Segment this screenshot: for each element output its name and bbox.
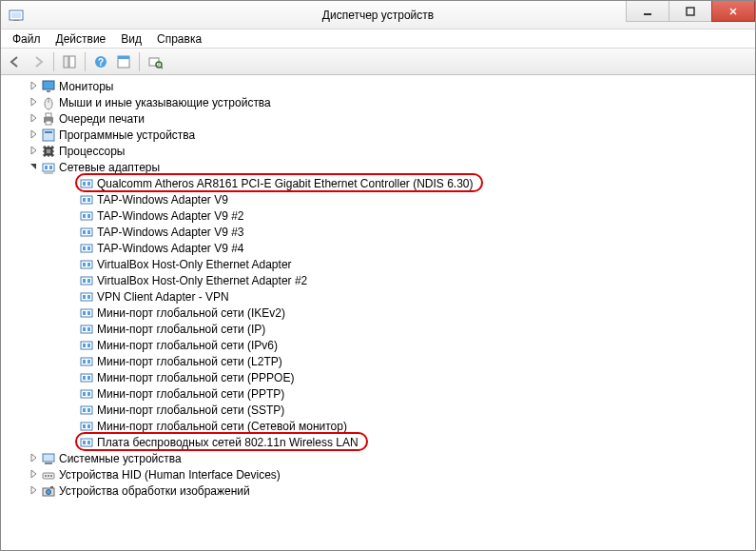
- svg-rect-19: [46, 121, 51, 125]
- scan-hardware-button[interactable]: [145, 51, 165, 72]
- svg-rect-81: [45, 475, 47, 477]
- tree-device-item[interactable]: Мини-порт глобальной сети (IKEv2): [3, 305, 755, 321]
- svg-rect-44: [87, 263, 90, 266]
- category-label: Системные устройства: [59, 452, 182, 465]
- tree-device-item[interactable]: TAP-Windows Adapter V9: [3, 191, 755, 207]
- tree-device-item[interactable]: Плата беспроводных сетей 802.11n Wireles…: [3, 434, 755, 450]
- expander-icon[interactable]: [28, 129, 39, 141]
- menu-help[interactable]: Справка: [149, 30, 209, 48]
- tree-category[interactable]: Очереди печати: [3, 110, 755, 127]
- svg-rect-72: [81, 423, 92, 430]
- tree-device-item[interactable]: Мини-порт глобальной сети (PPPOE): [3, 369, 755, 385]
- tree-device-item[interactable]: Qualcomm Atheros AR8161 PCI-E Gigabit Et…: [3, 175, 755, 191]
- svg-rect-50: [87, 295, 90, 299]
- tree-device-item[interactable]: Мини-порт глобальной сети (IP): [3, 321, 755, 337]
- svg-rect-48: [81, 293, 92, 301]
- svg-rect-65: [87, 376, 90, 380]
- svg-rect-25: [45, 166, 48, 169]
- svg-rect-86: [50, 486, 53, 488]
- tree-category[interactable]: Сетевые адаптеры: [3, 159, 755, 175]
- network-adapter-icon: [79, 176, 94, 191]
- svg-rect-67: [83, 392, 86, 396]
- svg-rect-46: [83, 279, 86, 283]
- svg-rect-32: [87, 198, 90, 202]
- device-tree[interactable]: МониторыМыши и иные указывающие устройст…: [1, 76, 755, 550]
- toolbar-separator: [53, 52, 54, 71]
- svg-rect-83: [50, 475, 52, 477]
- mouse-icon: [41, 95, 56, 110]
- expander-icon[interactable]: [28, 485, 39, 497]
- svg-rect-36: [81, 228, 92, 236]
- menu-file[interactable]: Файл: [5, 30, 48, 48]
- tree-device-item[interactable]: TAP-Windows Adapter V9 #2: [3, 207, 755, 224]
- device-label: Мини-порт глобальной сети (Сетевой монит…: [97, 420, 347, 433]
- maximize-button[interactable]: [669, 1, 712, 22]
- svg-rect-3: [644, 13, 651, 15]
- device-label: Мини-порт глобальной сети (IPv6): [97, 339, 278, 352]
- svg-rect-14: [47, 90, 50, 92]
- tree-device-item[interactable]: Мини-порт глобальной сети (L2TP): [3, 353, 755, 369]
- device-label: Qualcomm Atheros AR8161 PCI-E Gigabit Et…: [97, 177, 474, 190]
- menu-view[interactable]: Вид: [113, 30, 149, 48]
- properties-button[interactable]: [113, 51, 134, 72]
- minimize-button[interactable]: [626, 1, 669, 22]
- hid-icon: [41, 467, 56, 482]
- svg-rect-73: [83, 424, 86, 428]
- menu-action[interactable]: Действие: [48, 30, 114, 48]
- tree-category[interactable]: Программные устройства: [3, 127, 755, 143]
- svg-rect-2: [13, 20, 19, 21]
- tree-device-item[interactable]: Мини-порт глобальной сети (SSTP): [3, 402, 755, 418]
- tree-device-item[interactable]: Мини-порт глобальной сети (Сетевой монит…: [3, 418, 755, 434]
- tree-category[interactable]: Мыши и иные указывающие устройства: [3, 94, 755, 110]
- svg-rect-82: [48, 475, 49, 477]
- svg-rect-60: [81, 358, 92, 365]
- cpu-icon: [41, 144, 56, 159]
- close-button[interactable]: [711, 1, 755, 22]
- show-hide-console-tree-button[interactable]: [59, 51, 80, 72]
- svg-rect-57: [81, 342, 92, 349]
- expander-icon[interactable]: [28, 453, 39, 464]
- help-button[interactable]: ?: [90, 51, 111, 72]
- category-label: Устройства HID (Human Interface Devices): [59, 468, 281, 482]
- expander-icon[interactable]: [28, 81, 39, 92]
- tree-device-item[interactable]: Мини-порт глобальной сети (PPTP): [3, 385, 755, 402]
- svg-rect-61: [83, 360, 86, 364]
- svg-rect-4: [687, 8, 694, 15]
- network-adapter-icon: [79, 305, 94, 321]
- svg-rect-45: [81, 277, 92, 285]
- tree-category[interactable]: Мониторы: [3, 78, 755, 94]
- tree-category[interactable]: Устройства обработки изображений: [3, 482, 755, 499]
- tree-device-item[interactable]: TAP-Windows Adapter V9 #3: [3, 224, 755, 240]
- tree-device-item[interactable]: Мини-порт глобальной сети (IPv6): [3, 337, 755, 353]
- svg-rect-69: [81, 406, 92, 414]
- expander-icon[interactable]: [28, 146, 39, 157]
- toolbar: ?: [1, 49, 755, 75]
- network-adapter-icon: [79, 192, 94, 207]
- svg-rect-34: [83, 214, 86, 218]
- forward-button[interactable]: [28, 51, 48, 72]
- tree-device-item[interactable]: VirtualBox Host-Only Ethernet Adapter: [3, 256, 755, 272]
- tree-device-item[interactable]: VirtualBox Host-Only Ethernet Adapter #2: [3, 272, 755, 288]
- tree-device-item[interactable]: VPN Client Adapter - VPN: [3, 288, 755, 305]
- tree-device-item[interactable]: TAP-Windows Adapter V9 #4: [3, 240, 755, 256]
- system-icon: [41, 451, 56, 466]
- network-adapter-icon: [79, 208, 94, 224]
- svg-rect-77: [87, 441, 90, 444]
- svg-rect-53: [87, 311, 90, 315]
- expander-icon[interactable]: [28, 469, 39, 481]
- software-icon: [41, 128, 56, 143]
- svg-rect-62: [87, 360, 90, 364]
- back-button[interactable]: [5, 51, 26, 72]
- expander-icon[interactable]: [28, 97, 39, 108]
- svg-rect-13: [43, 81, 54, 89]
- svg-rect-39: [81, 245, 92, 252]
- tree-category[interactable]: Системные устройства: [3, 450, 755, 466]
- tree-category[interactable]: Устройства HID (Human Interface Devices): [3, 466, 755, 482]
- device-label: TAP-Windows Adapter V9: [97, 193, 228, 207]
- svg-rect-37: [83, 230, 86, 234]
- svg-rect-75: [81, 439, 92, 446]
- svg-rect-1: [11, 12, 21, 18]
- tree-category[interactable]: Процессоры: [3, 143, 755, 159]
- expander-icon[interactable]: [28, 162, 39, 173]
- expander-icon[interactable]: [28, 113, 39, 125]
